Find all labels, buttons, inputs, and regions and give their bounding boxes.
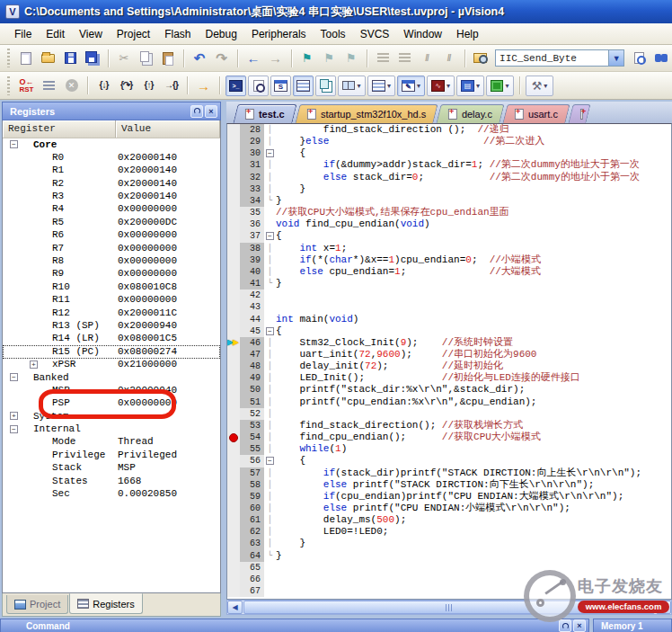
register-row-r15-pc[interactable]: R15 (PC)0x08000274 [3, 345, 220, 358]
dropdown-arrow-icon[interactable]: ▾ [447, 82, 450, 90]
fold-margin[interactable]: │ [264, 479, 276, 491]
breakpoint-margin[interactable] [227, 408, 240, 420]
code-line-35[interactable]: 35//获取CPU大小端模式,结果保存在cpu_endian里面 [227, 207, 671, 218]
breakpoint-margin[interactable] [227, 503, 240, 514]
code-line-58[interactable]: 58│ else printf("STACK DIRCTION:向下生长\r\n… [227, 479, 671, 491]
breakpoint-margin[interactable] [227, 159, 240, 171]
breakpoint-margin[interactable] [227, 266, 240, 278]
indent-icon[interactable] [394, 48, 414, 68]
command-close-icon[interactable]: × [573, 619, 586, 632]
fold-margin[interactable]: │ [264, 172, 276, 183]
navigate-forward-icon[interactable]: → [265, 48, 285, 68]
document-tab-delay-c[interactable]: delay.c [437, 104, 505, 123]
fold-margin[interactable]: └ [264, 278, 276, 289]
code-line-43[interactable]: 43 [227, 301, 671, 313]
code-line-46[interactable]: ▶▶46│ Stm32_Clock_Init(9); //系统时钟设置 [227, 337, 671, 349]
breakpoint-margin[interactable] [227, 538, 240, 549]
code-line-55[interactable]: 55│ while(1) [227, 443, 671, 455]
fold-margin[interactable] [264, 289, 276, 301]
breakpoint-margin[interactable] [227, 218, 240, 230]
register-row-system[interactable]: +System [3, 410, 220, 423]
unindent-icon[interactable] [373, 48, 393, 68]
register-row-r2[interactable]: R20x20000140 [3, 177, 220, 190]
menu-flash[interactable]: Flash [157, 25, 198, 43]
fold-margin[interactable]: │ [264, 396, 276, 408]
register-row-r1[interactable]: R10x20000140 [3, 165, 220, 177]
fold-margin[interactable]: └ [264, 195, 276, 207]
breakpoint-margin[interactable] [227, 147, 240, 159]
breakpoint-margin[interactable] [227, 585, 240, 597]
document-tab-test-c[interactable]: test.c [233, 104, 296, 123]
fold-margin[interactable]: │ [264, 514, 276, 526]
code-line-34[interactable]: 34└} [227, 195, 671, 207]
cut-icon[interactable]: ✂ [114, 48, 134, 68]
tools-button[interactable]: ⚒▾ [526, 76, 553, 96]
code-line-48[interactable]: 48│ delay_init(72); //延时初始化 [227, 361, 671, 372]
toggle-bookmark-icon[interactable]: ⚑ [297, 48, 317, 68]
breakpoint-margin[interactable] [227, 254, 240, 266]
command-window-button[interactable]: >_ [225, 76, 246, 96]
fold-margin[interactable]: │ [264, 337, 276, 349]
paste-icon[interactable] [158, 48, 178, 68]
code-line-50[interactable]: 50│ printf("stack_dir:%x\r\n",&stack_dir… [227, 384, 671, 396]
step-over-icon[interactable]: {↷} [116, 76, 137, 96]
code-line-61[interactable]: 61│ delay_ms(500); [227, 514, 671, 526]
fold-margin[interactable]: │ [264, 467, 276, 479]
disassembly-window-button[interactable] [248, 76, 269, 96]
code-line-31[interactable]: 31│ if(&dummy>addr)stack_dir=1; //第二次dum… [227, 159, 671, 171]
breakpoint-margin[interactable] [227, 349, 240, 361]
menu-help[interactable]: Help [449, 25, 486, 43]
search-combo[interactable]: IIC_Send_Byte▼ [495, 49, 624, 67]
register-row-r4[interactable]: R40x00000000 [3, 203, 220, 216]
fold-collapse-icon[interactable]: − [266, 327, 274, 335]
fold-margin[interactable]: − [264, 325, 276, 337]
breakpoint-margin[interactable] [227, 289, 240, 301]
register-row-r8[interactable]: R80x00000000 [3, 255, 220, 268]
breakpoint-margin[interactable] [227, 550, 240, 562]
register-row-r13-sp[interactable]: R13 (SP)0x20000940 [3, 319, 220, 332]
code-line-52[interactable]: 52│ [227, 408, 671, 420]
code-line-42[interactable]: 42 [227, 289, 671, 301]
scroll-left-icon[interactable]: ◀ [227, 601, 243, 614]
code-line-67[interactable]: 67 [227, 585, 671, 597]
register-row-core[interactable]: −Core [3, 138, 220, 151]
breakpoint-margin[interactable] [227, 526, 240, 538]
command-pin-icon[interactable] [559, 619, 571, 632]
stop-icon[interactable]: ✕ [61, 76, 82, 96]
fold-margin[interactable]: │ [264, 349, 276, 361]
fold-margin[interactable]: │ [264, 408, 276, 420]
menu-debug[interactable]: Debug [199, 25, 244, 43]
fold-margin[interactable]: │ [264, 491, 276, 503]
fold-margin[interactable]: − [264, 147, 276, 159]
undo-icon[interactable]: ↶ [190, 48, 209, 68]
register-row-mode[interactable]: ModeThread [3, 436, 220, 449]
peripherals-button[interactable]: ▾ [486, 76, 514, 96]
fold-margin[interactable]: − [264, 455, 276, 467]
breakpoint-margin[interactable] [227, 432, 240, 443]
navigate-back-icon[interactable]: ← [243, 48, 263, 68]
menu-window[interactable]: Window [396, 25, 449, 43]
fold-collapse-icon[interactable]: − [266, 149, 274, 157]
fold-margin[interactable] [264, 314, 276, 325]
code-line-44[interactable]: 44int main(void) [227, 314, 671, 325]
code-line-65[interactable]: 65 [227, 562, 671, 574]
fold-margin[interactable] [264, 301, 276, 313]
code-line-33[interactable]: 33│ } [227, 183, 671, 195]
menu-svcs[interactable]: SVCS [353, 25, 397, 43]
menu-edit[interactable]: Edit [39, 25, 72, 43]
code-line-41[interactable]: 41└} [227, 278, 671, 289]
find-next-icon[interactable] [629, 48, 649, 68]
fold-margin[interactable]: │ [264, 124, 276, 136]
register-row-r11[interactable]: R110x00000000 [3, 294, 220, 307]
code-line-64[interactable]: 64└} [227, 550, 671, 562]
register-row-msp[interactable]: MSP0x20000940 [3, 384, 220, 396]
workspace-tab-project[interactable]: Project [6, 595, 68, 614]
fold-margin[interactable]: │ [264, 526, 276, 538]
fold-margin[interactable] [264, 585, 276, 597]
breakpoint-margin[interactable] [227, 514, 240, 526]
breakpoint-margin[interactable] [227, 183, 240, 195]
register-row-r3[interactable]: R30x20000140 [3, 191, 220, 203]
code-line-32[interactable]: 32│ else stack_dir=0; //第二次dummy的地址小于第一次 [227, 172, 671, 183]
code-line-45[interactable]: 45−{ [227, 325, 671, 337]
breakpoint-icon[interactable] [229, 433, 238, 442]
